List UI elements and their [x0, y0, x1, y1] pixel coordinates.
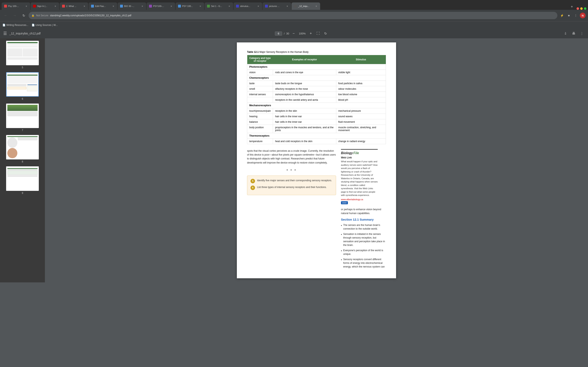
right-column: Biology File Web Link What would happen …: [341, 149, 386, 270]
sensory-table: Category and typeof receptor Examples of…: [247, 55, 386, 144]
tab-close-button[interactable]: ✕: [257, 5, 260, 8]
web-link-heading: Web Link: [341, 156, 378, 159]
tab-favicon: [91, 5, 94, 8]
table-header-stimulus: Stimulus: [336, 55, 386, 64]
table-row: Chemoreceptors: [247, 75, 386, 81]
close-window-button[interactable]: [577, 7, 579, 10]
table-row: internal senses osmoreceptors in the hyp…: [247, 92, 386, 97]
tab-close-button[interactable]: ✕: [228, 5, 231, 8]
settings-button[interactable]: ⋮: [573, 13, 579, 18]
address-bar[interactable]: 🔒 Not Secure standring2.weebly.com/uploa…: [29, 12, 557, 19]
category-thermoreceptors: Thermoreceptors: [247, 133, 386, 139]
tab-7[interactable]: PSY 100... ✕: [176, 2, 204, 10]
table-row: body position proprioceptors in the musc…: [247, 125, 386, 133]
download-button[interactable]: ⇩: [563, 31, 568, 36]
tab-close-button[interactable]: ✕: [112, 5, 115, 8]
tab-5[interactable]: BIO 30 -... ✕: [118, 2, 146, 10]
cell-type: temperature: [247, 139, 273, 144]
tab-close-button[interactable]: ✕: [83, 5, 86, 8]
cell-examples: receptors in the skin: [273, 108, 336, 114]
sidebar-page-7[interactable]: 7: [2, 104, 43, 132]
tab-favicon: [178, 5, 181, 8]
page-number-input[interactable]: [275, 31, 282, 36]
summary-bullet-text-1: The senses are the human brain's connect…: [343, 223, 386, 231]
sidebar-page-5[interactable]: 5: [2, 41, 43, 69]
tab-6[interactable]: PSY100-... ✕: [147, 2, 175, 10]
minimize-window-button[interactable]: [580, 7, 583, 10]
more-button[interactable]: ⋮: [579, 31, 585, 36]
cell-examples: hair cells in the inner ear: [273, 114, 336, 119]
cell-type: body position: [247, 125, 273, 133]
cell-stimulus: food particles in saliva: [336, 81, 386, 86]
tab-close-button[interactable]: ✕: [199, 5, 202, 8]
bullet-dot-2: •: [341, 233, 342, 237]
tab-4[interactable]: Edit Flas... ✕: [89, 2, 117, 10]
right-col-top-text: or perhaps to enhance vision beyond natu…: [341, 208, 386, 215]
file-label: File: [354, 151, 359, 155]
sidebar-page-8[interactable]: 8: [2, 135, 43, 163]
tab-8[interactable]: Set 1 - G... ✕: [205, 2, 233, 10]
tab-bar: Psy 100-... ✕ Sign In |... ✕ 2. What ...…: [0, 0, 588, 10]
sidebar-page-6[interactable]: 6: [2, 72, 43, 100]
tab-favicon: [265, 5, 268, 8]
page-6-thumbnail[interactable]: [6, 72, 39, 97]
tab-9[interactable]: stimulus... ✕: [233, 2, 262, 10]
cell-examples: hair cells in the inner ear: [273, 119, 336, 125]
tab-favicon: [4, 5, 7, 8]
table-header-examples: Examples of receptor: [273, 55, 336, 64]
tab-3[interactable]: 2. What ... ✕: [60, 2, 88, 10]
zoom-out-button[interactable]: −: [291, 31, 296, 36]
cell-type: taste: [247, 81, 273, 86]
new-tab-button[interactable]: +: [569, 4, 575, 10]
biology-label: Biology: [341, 151, 353, 155]
tab-close-button[interactable]: ✕: [286, 5, 289, 8]
zoom-in-button[interactable]: +: [308, 31, 314, 36]
tab-close-button[interactable]: ✕: [315, 5, 318, 8]
extensions-button[interactable]: ⚡: [559, 13, 565, 18]
menu-button[interactable]: ☰: [3, 31, 7, 36]
fit-page-button[interactable]: ⛶: [315, 31, 321, 36]
rotate-button[interactable]: ↻: [323, 31, 328, 36]
profile-button[interactable]: N: [580, 13, 586, 18]
bookmark-button[interactable]: ★: [566, 13, 572, 18]
tab-close-button[interactable]: ✕: [141, 5, 144, 8]
maximize-window-button[interactable]: [584, 7, 586, 10]
table-row: temperature heat and cold receptors in t…: [247, 139, 386, 144]
pdf-title: _12_inquirybio_ch12.pdf: [9, 32, 41, 35]
table-row: receptors in the carotid artery and aort…: [247, 97, 386, 103]
cell-stimulus: mechanical pressure: [336, 108, 386, 114]
zoom-level: 100%: [298, 32, 306, 35]
tab-2[interactable]: Sign In |... ✕: [31, 2, 59, 10]
summary-bullet-text-3: Everyone's perception of the world is un…: [343, 249, 386, 256]
cell-type: touch/pressure/pain: [247, 108, 273, 114]
print-button[interactable]: 🖶: [571, 31, 577, 36]
forward-button[interactable]: →: [11, 12, 18, 19]
bookmarks-bar: 📄 Writing Resources... 📄 Using Sources |…: [0, 21, 588, 29]
browser-chrome: Psy 100-... ✕ Sign In |... ✕ 2. What ...…: [0, 0, 588, 38]
bookmark-using-sources[interactable]: 📄 Using Sources | W...: [32, 24, 58, 26]
reload-button[interactable]: ↻: [20, 12, 27, 19]
tab-label: PSY100-...: [153, 5, 169, 7]
tab-10[interactable]: pictures ... ✕: [263, 2, 291, 10]
tab-close-button[interactable]: ✕: [170, 5, 173, 8]
pdf-content: Table 12.1 Major Sensory Receptors in th…: [45, 38, 588, 282]
cell-examples: heat and cold receptors in the skin: [273, 139, 336, 144]
biology-file-box: Biology File Web Link What would happen …: [341, 149, 378, 204]
cell-type: [247, 97, 273, 103]
back-button[interactable]: ←: [2, 12, 9, 19]
sidebar-page-9[interactable]: 9: [2, 166, 43, 194]
tab-1[interactable]: Psy 100-... ✕: [2, 2, 30, 10]
page-9-thumbnail[interactable]: [6, 166, 39, 191]
page-7-thumbnail[interactable]: [6, 104, 39, 128]
page-5-thumbnail[interactable]: [6, 41, 39, 65]
page-8-thumbnail[interactable]: [6, 135, 39, 159]
tab-label: BIO 30 -...: [124, 5, 140, 7]
bookmark-writing-resources[interactable]: 📄 Writing Resources...: [2, 24, 28, 26]
tab-close-button[interactable]: ✕: [54, 5, 57, 8]
tab-close-button[interactable]: ✕: [25, 5, 28, 8]
website-url: www.albertabiology.ca: [341, 198, 378, 201]
tab-11[interactable]: _12_inqu... ✕: [292, 2, 320, 10]
web-link-content: What would happen if your optic and audi…: [341, 160, 378, 197]
cell-stimulus: odour molecules: [336, 86, 386, 92]
summary-bullet-2: • Sensation is initiated in the senses t…: [341, 232, 386, 247]
